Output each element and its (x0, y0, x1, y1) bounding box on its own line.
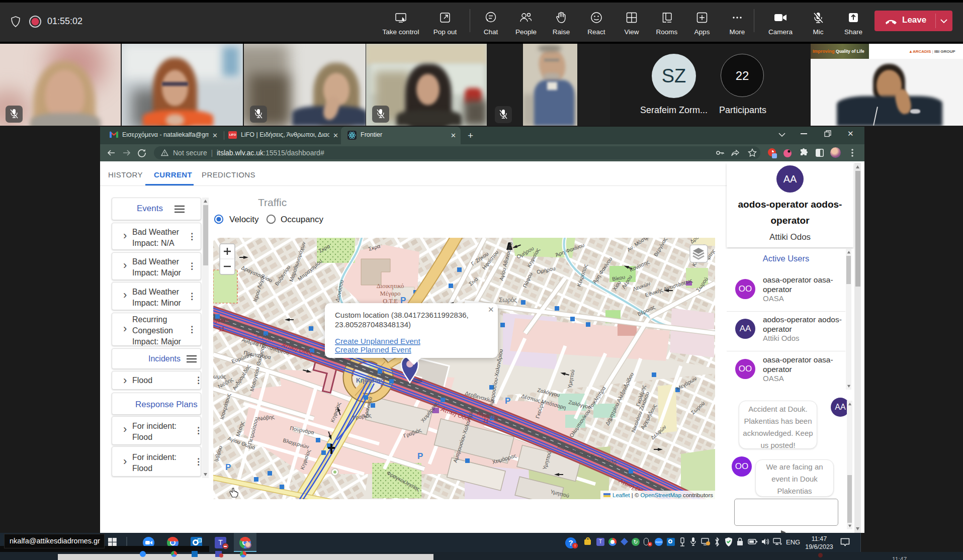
svg-text:Σωρός: Σωρός (499, 297, 517, 304)
svg-text:Create Unplanned Event: Create Unplanned Event (335, 337, 420, 345)
svg-text:Leaflet | © OpenStreetMap cont: Leaflet | © OpenStreetMap contributors (612, 492, 713, 498)
svg-text:23.805287048348134): 23.805287048348134) (335, 320, 411, 329)
svg-text:P: P (417, 451, 423, 461)
svg-text:ησίας: ησίας (213, 316, 229, 324)
svg-text:Κηφισίας: Κηφισίας (356, 377, 384, 384)
svg-text:P: P (505, 396, 510, 406)
svg-text:✕: ✕ (488, 305, 494, 314)
svg-text:Custom location (38.0417236119: Custom location (38.041723611992836, (335, 311, 469, 319)
svg-text:Μέγαρο: Μέγαρο (380, 290, 401, 297)
svg-text:Διοικητικό: Διοικητικό (377, 283, 404, 290)
svg-text:11: 11 (218, 325, 225, 333)
svg-text:Create Planned Event: Create Planned Event (335, 345, 411, 354)
svg-text:ωμάς: ωμάς (213, 374, 226, 380)
svg-text:P: P (225, 462, 231, 472)
